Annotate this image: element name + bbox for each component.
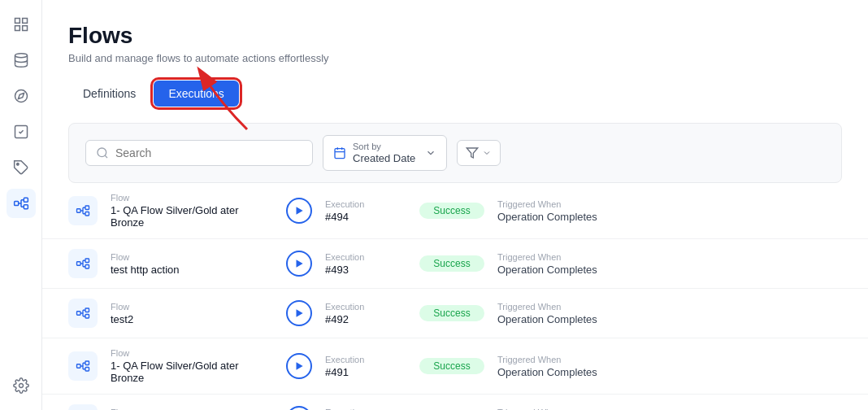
trigger-info: Triggered When Operation Completes — [497, 252, 842, 276]
svg-rect-21 — [85, 265, 89, 269]
exec-number: #491 — [325, 366, 406, 378]
svg-point-7 — [16, 164, 19, 166]
svg-point-5 — [15, 90, 27, 102]
trigger-label: Triggered When — [497, 302, 842, 312]
flow-label: Flow — [111, 302, 273, 312]
table-row[interactable]: Flow test http action Execution #490 Suc… — [42, 395, 868, 410]
flow-icon — [68, 351, 98, 381]
sort-value: Created Date — [353, 152, 415, 164]
svg-rect-1 — [22, 19, 27, 24]
content-area: Flows Build and manage flows to automate… — [42, 0, 868, 410]
svg-rect-3 — [22, 26, 27, 31]
exec-number: #493 — [325, 264, 406, 276]
flow-name: test http action — [111, 264, 273, 276]
sidebar-item-grid[interactable] — [7, 10, 36, 39]
play-button[interactable] — [286, 406, 312, 410]
flow-label: Flow — [111, 193, 273, 203]
exec-info: Execution #490 — [325, 408, 406, 411]
svg-rect-19 — [77, 262, 81, 266]
flow-icon — [68, 249, 98, 278]
filter-icon — [466, 146, 479, 159]
trigger-info: Triggered When Operation Completes — [497, 302, 842, 325]
search-icon — [96, 146, 109, 159]
sidebar-item-layers[interactable] — [7, 46, 36, 75]
sidebar-item-compass[interactable] — [7, 81, 36, 111]
svg-rect-16 — [85, 206, 89, 210]
sort-dropdown[interactable]: Sort by Created Date — [323, 135, 447, 171]
svg-marker-26 — [297, 309, 303, 316]
trigger-info: Triggered When Operation Completes — [497, 199, 842, 223]
table-row[interactable]: Flow 1- QA Flow Silver/Gold ater Bronze … — [42, 183, 868, 239]
trigger-label: Triggered When — [497, 252, 842, 262]
exec-label: Execution — [325, 302, 406, 312]
trigger-info: Triggered When Operation Completes — [497, 355, 842, 378]
sidebar-item-tags[interactable] — [7, 153, 36, 182]
svg-point-11 — [19, 384, 23, 388]
sidebar-item-settings[interactable] — [7, 371, 36, 400]
flow-icon — [68, 196, 98, 225]
search-input[interactable] — [115, 146, 302, 159]
sort-text: Sort by Created Date — [353, 142, 415, 164]
flow-icon-cell — [68, 249, 98, 278]
flow-info: Flow test http action — [111, 408, 273, 411]
svg-rect-25 — [85, 315, 89, 319]
search-box[interactable] — [85, 140, 313, 166]
flow-label: Flow — [111, 348, 273, 358]
page-subtitle: Build and manage flows to automate actio… — [68, 52, 842, 64]
exec-info: Execution #492 — [325, 302, 406, 325]
svg-rect-9 — [24, 198, 28, 202]
table-row[interactable]: Flow 1- QA Flow Silver/Gold ater Bronze … — [42, 338, 868, 395]
svg-rect-29 — [85, 368, 89, 372]
filter-button[interactable] — [457, 140, 501, 166]
exec-label: Execution — [325, 252, 406, 262]
tab-definitions[interactable]: Definitions — [68, 81, 150, 107]
tab-bar: Definitions Executions — [68, 81, 239, 107]
svg-rect-0 — [15, 19, 20, 24]
svg-rect-20 — [85, 259, 89, 263]
svg-point-13 — [98, 148, 106, 157]
chevron-down-icon — [425, 147, 436, 159]
play-button[interactable] — [286, 300, 312, 326]
sort-label: Sort by — [353, 142, 415, 151]
flow-icon — [68, 299, 98, 328]
svg-point-4 — [15, 54, 27, 58]
page-title: Flows — [68, 23, 842, 49]
trigger-value: Operation Completes — [497, 264, 842, 276]
svg-marker-30 — [297, 362, 303, 369]
flow-icon-cell — [68, 299, 98, 328]
exec-info: Execution #493 — [325, 252, 406, 276]
svg-rect-23 — [77, 312, 81, 316]
play-button[interactable] — [286, 251, 312, 277]
svg-rect-28 — [85, 361, 89, 365]
table-row[interactable]: Flow test http action Execution #493 Suc… — [42, 239, 868, 289]
status-badge: Success — [419, 255, 484, 272]
flow-icon — [68, 404, 98, 410]
tabs-container: Definitions Executions — [68, 81, 239, 123]
exec-info: Execution #494 — [325, 199, 406, 223]
main-content: Flows Build and manage flows to automate… — [42, 0, 868, 410]
play-button[interactable] — [286, 353, 312, 379]
trigger-value: Operation Completes — [497, 313, 842, 325]
chevron-down-icon-filter — [482, 148, 492, 158]
trigger-info: Triggered When Operation Completes — [497, 408, 842, 411]
exec-label: Execution — [325, 408, 406, 411]
flow-icon-cell — [68, 404, 98, 410]
flow-icon-cell — [68, 351, 98, 381]
trigger-value: Operation Completes — [497, 366, 842, 378]
sidebar-item-flows[interactable] — [7, 189, 36, 218]
svg-rect-2 — [15, 26, 20, 31]
flow-name: 1- QA Flow Silver/Gold ater Bronze — [111, 360, 273, 384]
tab-executions[interactable]: Executions — [154, 81, 238, 107]
play-button[interactable] — [286, 198, 312, 224]
trigger-label: Triggered When — [497, 355, 842, 364]
flow-info: Flow 1- QA Flow Silver/Gold ater Bronze — [111, 193, 273, 229]
table-row[interactable]: Flow test2 Execution #492 Success Trigge… — [42, 289, 868, 338]
trigger-label: Triggered When — [497, 408, 842, 411]
trigger-label: Triggered When — [497, 199, 842, 209]
exec-number: #492 — [325, 313, 406, 325]
filter-bar: Sort by Created Date — [68, 123, 842, 183]
sidebar-item-tasks[interactable] — [7, 117, 36, 146]
status-badge: Success — [419, 358, 484, 374]
flow-label: Flow — [111, 408, 273, 411]
svg-rect-14 — [335, 149, 345, 159]
